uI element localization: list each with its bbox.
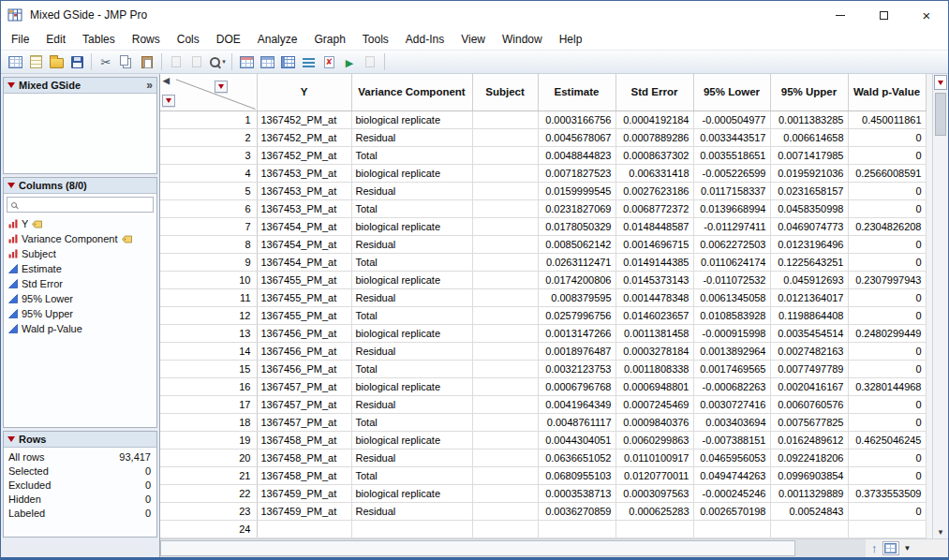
data-cell[interactable]: 0.0061345058: [693, 288, 770, 306]
data-cell[interactable]: 0.3733553509: [848, 484, 926, 502]
data-cell[interactable]: 0.0062272503: [693, 235, 770, 253]
data-cell[interactable]: biological replicate: [351, 164, 472, 182]
data-cell[interactable]: [257, 520, 351, 538]
data-cell[interactable]: 0: [848, 146, 926, 164]
row-number-cell[interactable]: 22: [160, 484, 257, 502]
data-cell[interactable]: 0: [848, 288, 926, 306]
data-cell[interactable]: 0.0060760576: [770, 395, 848, 413]
expand-panel-icon[interactable]: »: [146, 81, 153, 90]
data-cell[interactable]: [472, 324, 538, 342]
data-cell[interactable]: [472, 449, 538, 466]
data-cell[interactable]: [472, 199, 538, 217]
data-cell[interactable]: 1367456_PM_at: [257, 360, 351, 377]
data-cell[interactable]: 1367457_PM_at: [257, 377, 351, 395]
table-view-button[interactable]: [882, 541, 899, 555]
column-header-wald-p-value[interactable]: Wald p-Value: [848, 74, 926, 111]
data-cell[interactable]: 0.0996903854: [770, 466, 848, 484]
data-cell[interactable]: 0: [848, 413, 926, 431]
data-cell[interactable]: biological replicate: [351, 377, 472, 395]
data-cell[interactable]: [472, 235, 538, 253]
column-item-std-error[interactable]: Std Error: [6, 276, 155, 291]
data-cell[interactable]: [472, 466, 538, 484]
data-cell[interactable]: 0.450011861: [848, 111, 926, 128]
data-cell[interactable]: 0.0108583928: [693, 306, 770, 324]
data-cell[interactable]: 0.0027482163: [770, 342, 848, 360]
data-cell[interactable]: 0.0060299863: [615, 431, 693, 449]
data-cell[interactable]: 0: [848, 199, 926, 217]
column-item-variance-component[interactable]: Variance Component: [6, 231, 155, 246]
maximize-button[interactable]: [862, 1, 905, 29]
data-cell[interactable]: 1367458_PM_at: [257, 449, 351, 466]
row-number-cell[interactable]: 18: [160, 413, 257, 431]
data-cell[interactable]: 0.0018976487: [538, 342, 615, 360]
data-cell[interactable]: [472, 164, 538, 182]
data-view-button[interactable]: [236, 52, 257, 72]
data-cell[interactable]: 0.0146023657: [615, 306, 693, 324]
data-cell[interactable]: 0.0036270859: [538, 502, 615, 520]
data-cell[interactable]: Total: [351, 253, 472, 271]
rows-menu-button[interactable]: [162, 95, 175, 107]
data-cell[interactable]: [472, 128, 538, 146]
data-cell[interactable]: 1367457_PM_at: [257, 413, 351, 431]
data-cell[interactable]: 0: [848, 235, 926, 253]
row-number-cell[interactable]: 5: [160, 182, 257, 199]
column-item-wald-p-value[interactable]: Wald p-Value: [6, 321, 155, 336]
scroll-down-button[interactable]: ▾: [933, 524, 948, 538]
data-cell[interactable]: -0.000504977: [693, 111, 770, 128]
data-cell[interactable]: 0.1198864408: [770, 306, 848, 324]
data-cell[interactable]: 0.0033443517: [693, 128, 770, 146]
data-cell[interactable]: 1367453_PM_at: [257, 182, 351, 199]
data-cell[interactable]: Residual: [351, 128, 472, 146]
data-cell[interactable]: 1367455_PM_at: [257, 288, 351, 306]
data-cell[interactable]: 0.0110100917: [615, 449, 693, 466]
data-cell[interactable]: 0.0045678067: [538, 128, 615, 146]
data-cell[interactable]: 0.0006796768: [538, 377, 615, 395]
data-cell[interactable]: -0.000245246: [693, 484, 770, 502]
save-button[interactable]: [67, 52, 87, 72]
data-cell[interactable]: 0.0178050329: [538, 217, 615, 235]
data-cell[interactable]: 0.0922418206: [770, 449, 848, 466]
vscroll-thumb[interactable]: [935, 93, 946, 136]
data-cell[interactable]: -0.005226599: [693, 164, 770, 182]
data-cell[interactable]: biological replicate: [351, 217, 472, 235]
data-cell[interactable]: [472, 395, 538, 413]
data-cell[interactable]: [472, 111, 538, 128]
new-data-table-button[interactable]: [5, 52, 25, 72]
column-item-95-lower[interactable]: 95% Lower: [6, 291, 155, 306]
row-number-cell[interactable]: 15: [160, 360, 257, 377]
row-number-cell[interactable]: 8: [160, 235, 257, 253]
data-cell[interactable]: 0.0011329889: [770, 484, 848, 502]
data-cell[interactable]: 0.0009840376: [615, 413, 693, 431]
data-cell[interactable]: biological replicate: [351, 111, 472, 128]
data-cell[interactable]: -0.007388151: [693, 431, 770, 449]
column-header-estimate[interactable]: Estimate: [538, 74, 615, 111]
data-cell[interactable]: 0.0257996756: [538, 306, 615, 324]
data-cell[interactable]: 0.0003538713: [538, 484, 615, 502]
table-view-caret-icon[interactable]: ▼: [904, 544, 912, 553]
column-header-y[interactable]: Y: [257, 74, 351, 111]
data-cell[interactable]: 0.0011808338: [615, 360, 693, 377]
data-cell[interactable]: 0.0017469565: [693, 360, 770, 377]
data-cell[interactable]: biological replicate: [351, 484, 472, 502]
collapse-panels-icon[interactable]: ◀: [163, 76, 170, 85]
column-item-y[interactable]: Y: [6, 216, 155, 231]
column-item-subject[interactable]: Subject: [6, 246, 155, 261]
columns-menu-button[interactable]: [215, 81, 228, 93]
data-cell[interactable]: 0.0008637302: [615, 146, 693, 164]
data-cell[interactable]: [472, 484, 538, 502]
data-cell[interactable]: 0.2566008591: [848, 164, 926, 182]
data-cell[interactable]: [615, 520, 693, 538]
hscroll-thumb[interactable]: [160, 540, 795, 556]
data-cell[interactable]: [848, 520, 926, 538]
data-cell[interactable]: [693, 520, 770, 538]
data-cell[interactable]: 0.0148448587: [615, 217, 693, 235]
menu-view[interactable]: View: [452, 31, 494, 48]
data-cell[interactable]: 0.0003166756: [538, 111, 615, 128]
menu-tables[interactable]: Tables: [74, 31, 124, 48]
data-cell[interactable]: 0: [848, 395, 926, 413]
row-number-cell[interactable]: 9: [160, 253, 257, 271]
data-cell[interactable]: [472, 253, 538, 271]
vscroll-track[interactable]: [933, 91, 948, 524]
data-cell[interactable]: [472, 271, 538, 288]
data-cell[interactable]: 1367454_PM_at: [257, 217, 351, 235]
